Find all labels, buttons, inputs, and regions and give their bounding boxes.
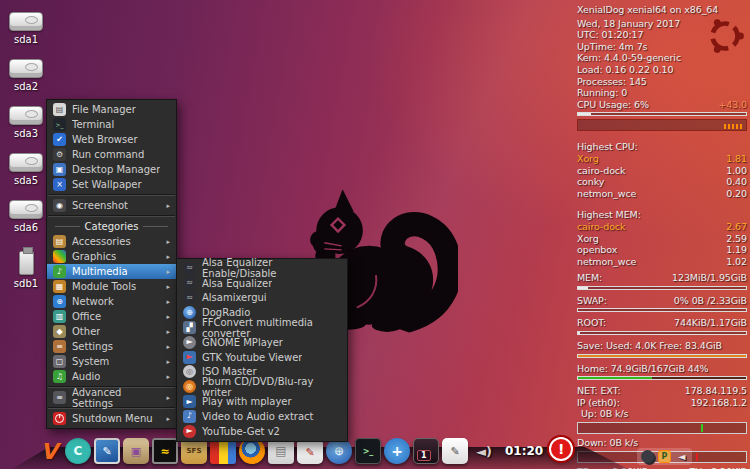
conky-info-line: Processes: 145: [577, 76, 747, 88]
menu-item-audio[interactable]: ♫Audio▸: [47, 369, 176, 384]
netmon-icon[interactable]: [641, 450, 654, 463]
process-row: cairo-dock1.00: [577, 165, 747, 177]
meter-label: MEM:: [577, 272, 602, 284]
menu-item-set-wallpaper[interactable]: ×Set Wallpaper: [47, 177, 176, 192]
net-ip-row: IP (eth0): 192.168.1.2: [577, 397, 747, 409]
menu-item-web-browser[interactable]: ✔Web Browser: [47, 132, 176, 147]
highest-cpu-header: Highest CPU:: [577, 141, 747, 153]
process-row: cairo-dock2.67: [577, 221, 747, 233]
color-pencils-icon[interactable]: [210, 438, 236, 464]
submenu-item-alsa-equalizer[interactable]: ≈Alsa Equalizer Enable/Disable: [177, 261, 347, 276]
meter-label-row: MEM:123MiB/1.95GiB: [577, 272, 747, 284]
menu-item-label: Network: [72, 296, 114, 307]
menu-item-network[interactable]: ⊕Network▸: [47, 294, 176, 309]
submenu-item-youtube-get[interactable]: ►YouTube-Get v2: [177, 424, 347, 439]
menu-item-screenshot[interactable]: ◉Screenshot▸: [47, 198, 176, 213]
meter-value: 0% 0B /2.33GiB: [674, 295, 747, 307]
menu-item-graphics[interactable]: Graphics▸: [47, 249, 176, 264]
menu-item-label: Web Browser: [72, 134, 138, 145]
menu-header-label: Categories: [85, 221, 139, 232]
drive-label: sdb1: [14, 278, 38, 289]
gtk-youtube-icon: ►: [183, 351, 196, 364]
drive-sdb1[interactable]: sdb1: [14, 247, 38, 289]
menu-item-run-command[interactable]: ⚙Run command: [47, 147, 176, 162]
wallpaper-editor-icon[interactable]: ✎: [94, 438, 120, 464]
menu-item-advanced-settings[interactable]: ≡Advanced Settings▸: [47, 390, 176, 405]
cairo-dock-settings-icon[interactable]: C: [65, 438, 91, 464]
submenu-item-gtk-youtube[interactable]: ►GTK Youtube Viewer: [177, 350, 347, 365]
menu-item-terminal[interactable]: >_Terminal: [47, 117, 176, 132]
accessibility-icon[interactable]: +: [384, 438, 410, 464]
drive-sda6[interactable]: sda6: [9, 200, 43, 233]
terminal-icon[interactable]: >_: [355, 438, 381, 464]
hdd-icon: [9, 153, 43, 172]
drive-sda1[interactable]: sda1: [9, 12, 43, 45]
highest-cpu-list: Xorg1.81cairo-dock1.00conky0.40netmon_wc…: [577, 153, 747, 199]
volume-icon[interactable]: ◄): [471, 438, 497, 464]
menu-item-module-tools[interactable]: ▦Module Tools▸: [47, 279, 176, 294]
menu-item-desktop-manager[interactable]: ▣Desktop Manager: [47, 162, 176, 177]
meter-label-row: Save: Used: 4.0K Free: 83.4GiB: [577, 340, 747, 352]
menu-item-settings[interactable]: ≡Settings▸: [47, 339, 176, 354]
submenu-item-alsa-mixer[interactable]: ≈Alsamixergui: [177, 291, 347, 306]
meter-label: Save: Used: 4.0K Free: 83.4GiB: [577, 340, 722, 352]
menu-item-shutdown-menu[interactable]: Shutdown Menu▸: [47, 411, 176, 426]
dogradio-icon[interactable]: ⊕: [326, 438, 352, 464]
drive-sda3[interactable]: sda3: [9, 106, 43, 139]
openbox-root-menu: ▤File Manager>_Terminal✔Web Browser⚙Run …: [46, 99, 177, 429]
menu-item-label: Alsamixergui: [202, 292, 267, 303]
menu-item-multimedia[interactable]: ♪Multimedia▸: [47, 264, 176, 279]
alsa-equalizer-icon: ≈: [183, 262, 196, 275]
menu-item-other[interactable]: ◆Other▸: [47, 324, 176, 339]
drive-sda5[interactable]: sda5: [9, 153, 43, 186]
meter-homegibg: Home: 74.9GiB/167GiB 44%: [577, 363, 747, 381]
workspace-1-icon[interactable]: 1: [413, 438, 439, 464]
submenu-item-ffconvert[interactable]: ▞FFConvert multimedia converter: [177, 320, 347, 335]
net-ip-value: 192.168.1.2: [691, 397, 747, 409]
drive-sda2[interactable]: sda2: [9, 59, 43, 92]
run-command-icon: ⚙: [53, 148, 66, 161]
meter-label-row: ROOT:744KiB/1.17GiB: [577, 317, 747, 329]
process-value: 1.81: [726, 153, 747, 165]
meter-bar: [577, 308, 747, 312]
play-mplayer-icon: ►: [183, 395, 196, 408]
menu-item-file-manager[interactable]: ▤File Manager: [47, 102, 176, 117]
process-row: netmon_wce1.02: [577, 256, 747, 268]
process-name: netmon_wce: [577, 188, 636, 200]
menu-item-label: Pburn CD/DVD/Blu-ray writer: [202, 376, 341, 398]
menu-item-accessories[interactable]: ▤Accessories▸: [47, 234, 176, 249]
meter-mem: MEM:123MiB/1.95GiB: [577, 272, 747, 290]
menu-item-system[interactable]: ▢System▸: [47, 354, 176, 369]
menu-item-label: Alsa Equalizer: [202, 278, 272, 289]
process-name: netmon_wce: [577, 256, 636, 268]
process-row: Xorg1.81: [577, 153, 747, 165]
menu-item-label: Office: [72, 311, 101, 322]
firefox-icon[interactable]: [239, 438, 265, 464]
text-editor-icon[interactable]: ✎: [442, 438, 468, 464]
net-tup-value: TUp:3.20KiB: [690, 466, 747, 469]
system-monitor-icon[interactable]: ≈: [152, 438, 178, 464]
menu-item-office[interactable]: ▥Office▸: [47, 309, 176, 324]
meter-label-row: SWAP:0% 0B /2.33GiB: [577, 295, 747, 307]
meter-root: ROOT:744KiB/1.17GiB: [577, 317, 747, 335]
menu-item-label: Accessories: [72, 236, 131, 247]
submenu-item-video-to-audio[interactable]: ♪Video to Audio extract: [177, 409, 347, 424]
submenu-item-pburn[interactable]: ◎Pburn CD/DVD/Blu-ray writer: [177, 379, 347, 394]
notes-icon[interactable]: ✎: [297, 438, 323, 464]
menu-item-label: Audio: [72, 371, 100, 382]
package-installer-icon[interactable]: ▣: [123, 438, 149, 464]
file-cabinet-icon[interactable]: ▤: [268, 438, 294, 464]
xenialdog-logo-icon[interactable]: V: [36, 438, 62, 464]
volume-small-icon[interactable]: ◄: [675, 450, 688, 463]
sfs-loader-icon[interactable]: SFS: [181, 438, 207, 464]
parcellite-icon[interactable]: P: [658, 450, 671, 463]
submenu-arrow-icon: ▸: [166, 394, 170, 402]
ubuntu-logo-icon: [705, 16, 745, 56]
usb-icon: [19, 251, 34, 275]
menu-separator: [48, 194, 175, 196]
conky-info-line: Load: 0.16 0.22 0.10: [577, 64, 747, 76]
iso-master-icon: ◎: [183, 365, 196, 378]
menu-item-label: System: [72, 356, 109, 367]
menu-item-label: Play with mplayer: [202, 396, 292, 407]
alert-notifier-icon[interactable]: !: [549, 437, 573, 461]
